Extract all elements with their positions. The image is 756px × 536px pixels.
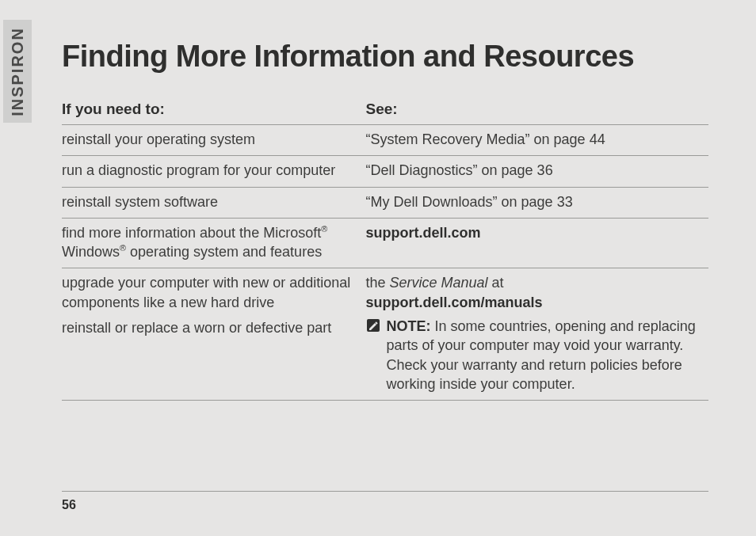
sidebar-product-label: INSPIRON xyxy=(3,20,32,123)
need-cell: run a diagnostic program for your comput… xyxy=(62,156,366,187)
note-body: In some countries, opening and replacing… xyxy=(387,318,696,392)
need-line: upgrade your computer with new or additi… xyxy=(62,273,360,312)
note-block: NOTE: In some countries, opening and rep… xyxy=(366,317,702,393)
info-table: If you need to: See: reinstall your oper… xyxy=(62,96,708,401)
table-header-row: If you need to: See: xyxy=(62,96,708,125)
note-text: NOTE: In some countries, opening and rep… xyxy=(387,317,702,393)
registered-mark: ® xyxy=(321,224,327,234)
support-url: support.dell.com xyxy=(366,225,481,241)
text-fragment: operating system and features xyxy=(126,244,322,260)
need-cell: find more information about the Microsof… xyxy=(62,218,366,268)
table-row: run a diagnostic program for your comput… xyxy=(62,156,708,187)
sidebar-product-label-text: INSPIRON xyxy=(9,27,27,116)
need-cell: reinstall system software xyxy=(62,187,366,218)
page-number: 56 xyxy=(62,498,76,511)
table-row: reinstall system software “My Dell Downl… xyxy=(62,187,708,218)
registered-mark: ® xyxy=(120,243,126,253)
see-cell: “My Dell Downloads” on page 33 xyxy=(366,187,708,218)
header-if-you-need-to: If you need to: xyxy=(62,96,366,125)
manuals-url: support.dell.com/manuals xyxy=(366,293,702,312)
service-manual-emphasis: Service Manual xyxy=(390,275,488,291)
need-cell: reinstall your operating system xyxy=(62,125,366,156)
page-footer: 56 xyxy=(62,491,708,512)
table-row: find more information about the Microsof… xyxy=(62,218,708,268)
page-title: Finding More Information and Resources xyxy=(62,40,708,74)
see-cell: “System Recovery Media” on page 44 xyxy=(366,125,708,156)
need-cell: upgrade your computer with new or additi… xyxy=(62,268,366,401)
text-fragment: the xyxy=(366,275,390,291)
header-see: See: xyxy=(366,96,708,125)
text-fragment: Windows xyxy=(62,244,120,260)
see-cell: support.dell.com xyxy=(366,218,708,268)
note-label: NOTE: xyxy=(387,318,431,334)
text-fragment: at xyxy=(488,275,504,291)
document-page: INSPIRON Finding More Information and Re… xyxy=(0,0,756,536)
table-row: reinstall your operating system “System … xyxy=(62,125,708,156)
text-fragment: find more information about the Microsof… xyxy=(62,225,321,241)
note-icon xyxy=(366,318,380,333)
service-manual-line: the Service Manual at xyxy=(366,273,702,292)
see-cell: “Dell Diagnostics” on page 36 xyxy=(366,156,708,187)
need-line: reinstall or replace a worn or defective… xyxy=(62,318,360,337)
see-cell: the Service Manual at support.dell.com/m… xyxy=(366,268,708,401)
table-row: upgrade your computer with new or additi… xyxy=(62,268,708,401)
